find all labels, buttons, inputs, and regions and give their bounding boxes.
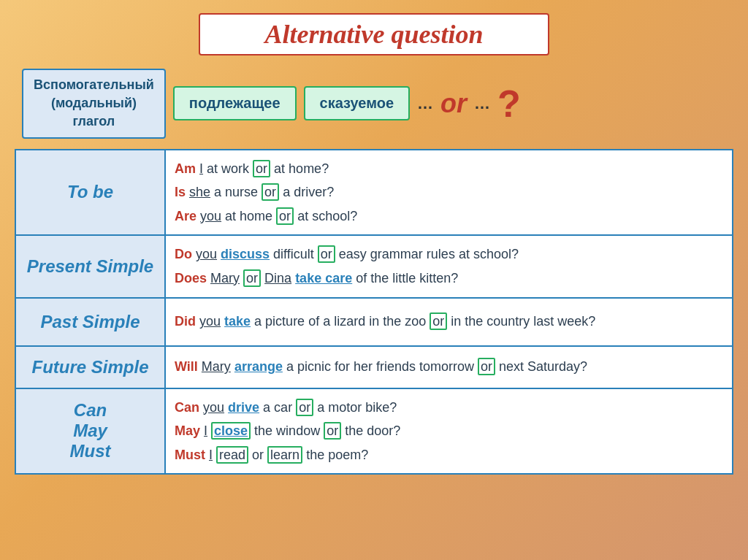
content-present-simple: Do you discuss difficult or easy grammar… <box>165 235 733 297</box>
label-past-simple: Past Simple <box>15 298 165 346</box>
label-can-may-must: CanMayMust <box>15 388 165 475</box>
formula-predicate: сказуемое <box>304 86 411 120</box>
grammar-table: To be Am I at work or at home? Is she a … <box>15 149 733 475</box>
question-mark-icon: ? <box>497 82 521 126</box>
label-future-simple: Future Simple <box>15 346 165 388</box>
table-row: Future Simple Will Mary arrange a picnic… <box>15 346 733 388</box>
label-present-simple: Present Simple <box>15 235 165 297</box>
formula-row: Вспомогательный (модальный) глагол подле… <box>15 69 733 139</box>
content-future-simple: Will Mary arrange a picnic for her frien… <box>165 346 733 388</box>
page-title: Alternative question <box>222 19 526 50</box>
ellipsis-1: … <box>417 94 433 113</box>
table-row: Present Simple Do you discuss difficult … <box>15 235 733 297</box>
table-row: To be Am I at work or at home? Is she a … <box>15 150 733 236</box>
label-to-be: To be <box>15 150 165 236</box>
ellipsis-2: … <box>474 94 490 113</box>
formula-auxiliary-verb: Вспомогательный (модальный) глагол <box>22 69 166 139</box>
page-container: Alternative question Вспомогательный (мо… <box>0 0 748 482</box>
table-row: Past Simple Did you take a picture of a … <box>15 298 733 346</box>
content-can-may-must: Can you drive a car or a motor bike? May… <box>165 388 733 475</box>
content-to-be: Am I at work or at home? Is she a nurse … <box>165 150 733 236</box>
content-past-simple: Did you take a picture of a lizard in th… <box>165 298 733 346</box>
formula-subject: подлежащее <box>173 86 297 120</box>
table-row: CanMayMust Can you drive a car or a moto… <box>15 388 733 475</box>
title-box: Alternative question <box>199 13 549 55</box>
or-word: or <box>440 88 467 119</box>
